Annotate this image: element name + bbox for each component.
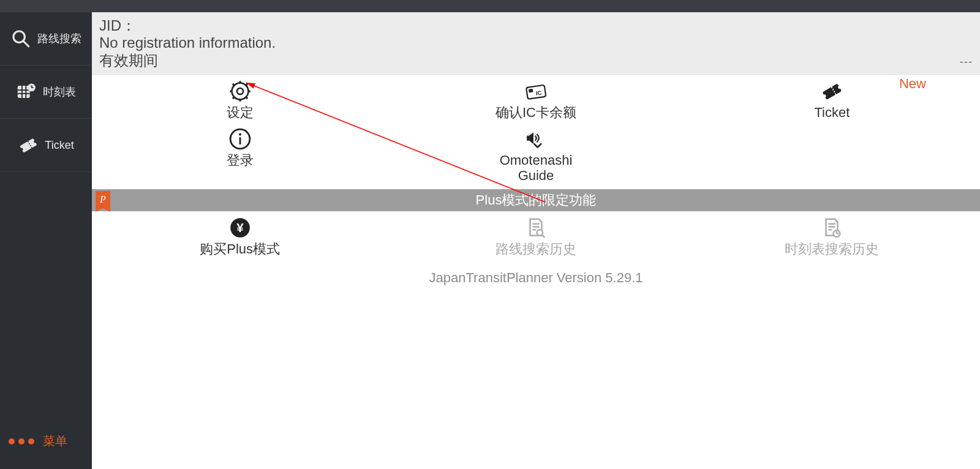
sidebar-item-menu[interactable]: 菜单: [0, 419, 92, 469]
sidebar-item-label: Ticket: [45, 139, 74, 152]
menu-row-3: ¥ 购买Plus模式 路线搜索历史: [92, 211, 980, 259]
sidebar: 路线搜索 时刻表: [0, 0, 92, 469]
sidebar-topbar: [0, 0, 92, 12]
plus-ribbon-icon: P: [96, 191, 110, 208]
svg-line-1: [23, 41, 29, 47]
validity-value: ---: [960, 56, 973, 69]
registration-status: No registration information.: [99, 34, 973, 51]
plus-section-header: P Plus模式的限定功能: [92, 189, 980, 211]
menu-ticket[interactable]: New Ticket: [684, 80, 980, 120]
menu-buy-plus[interactable]: ¥ 购买Plus模式: [92, 216, 388, 257]
ticket-icon: [18, 135, 39, 156]
sidebar-item-label: 路线搜索: [37, 31, 81, 46]
ic-card-icon: IC: [524, 80, 548, 103]
menu-login[interactable]: 登录: [92, 127, 388, 182]
svg-line-42: [542, 234, 545, 237]
search-icon: [10, 28, 31, 49]
menu-route-history[interactable]: 路线搜索历史: [388, 216, 684, 257]
menu-row-2: 登录 Omotenashi Guide: [92, 122, 980, 185]
document-clock-icon: [820, 216, 843, 239]
svg-point-41: [537, 230, 543, 236]
svg-point-15: [237, 88, 243, 94]
svg-line-21: [246, 97, 247, 99]
sidebar-item-timetable[interactable]: 时刻表: [0, 66, 92, 118]
menu-buy-plus-label: 购买Plus模式: [200, 242, 280, 257]
svg-point-33: [239, 133, 241, 136]
new-badge: New: [899, 76, 926, 92]
menu-timetable-history-label: 时刻表搜索历史: [785, 242, 879, 257]
timetable-icon: [16, 81, 37, 102]
menu-settings-label: 设定: [227, 105, 254, 120]
validity-label: 有效期间: [99, 51, 158, 70]
menu-omotenashi-label: Omotenashi Guide: [500, 153, 573, 182]
svg-marker-35: [529, 133, 533, 144]
info-icon: [228, 127, 252, 151]
jid-label: JID：: [99, 17, 973, 34]
ticket-icon: [820, 80, 843, 103]
more-icon: [9, 438, 34, 445]
yen-coin-icon: ¥: [228, 216, 252, 239]
svg-rect-34: [527, 136, 529, 141]
sidebar-item-label: 时刻表: [43, 84, 76, 99]
menu-login-label: 登录: [227, 153, 254, 168]
svg-text:IC: IC: [535, 89, 542, 97]
menu-settings[interactable]: 设定: [92, 80, 388, 120]
menu-row-1: 设定 IC 确认IC卡余额 New: [92, 75, 980, 122]
document-search-icon: [524, 216, 548, 239]
svg-rect-25: [529, 89, 533, 92]
menu-timetable-history[interactable]: 时刻表搜索历史: [684, 216, 980, 257]
svg-text:¥: ¥: [236, 220, 244, 234]
main-content: JID： No registration information. 有效期间 -…: [92, 0, 980, 469]
main-topbar: [92, 0, 980, 12]
audio-guide-icon: [524, 127, 548, 151]
svg-line-20: [233, 84, 234, 85]
svg-line-23: [246, 84, 247, 85]
sidebar-menu-label: 菜单: [43, 433, 67, 449]
gear-icon: [228, 80, 252, 103]
sidebar-item-route-search[interactable]: 路线搜索: [0, 12, 92, 65]
menu-omotenashi-guide[interactable]: Omotenashi Guide: [388, 127, 684, 182]
menu-ic-balance-label: 确认IC卡余额: [496, 105, 576, 120]
plus-section-title: Plus模式的限定功能: [476, 191, 597, 209]
menu-ticket-label: Ticket: [814, 105, 850, 120]
version-text: JapanTransitPlanner Version 5.29.1: [92, 270, 980, 286]
svg-line-22: [233, 97, 234, 99]
sidebar-item-ticket[interactable]: Ticket: [0, 119, 92, 171]
menu-ic-balance[interactable]: IC 确认IC卡余额: [388, 80, 684, 120]
info-panel: JID： No registration information. 有效期间 -…: [92, 12, 980, 75]
svg-point-14: [232, 83, 248, 100]
menu-route-history-label: 路线搜索历史: [496, 242, 576, 257]
